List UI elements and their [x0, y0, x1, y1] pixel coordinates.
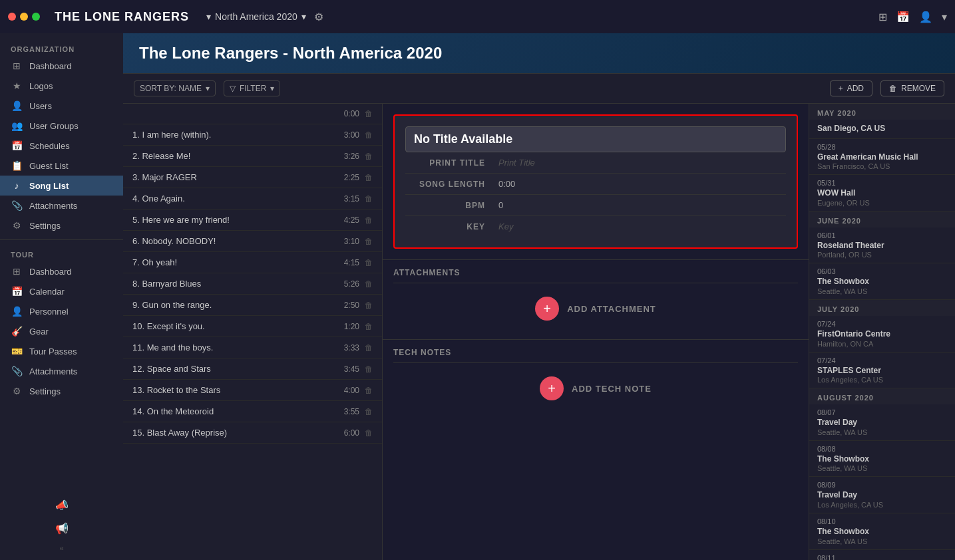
song-trash-icon[interactable]: 🗑	[365, 194, 373, 204]
sidebar-item-schedules[interactable]: 📅 Schedules	[0, 136, 123, 156]
sidebar-item-logos[interactable]: ★ Logos	[0, 76, 123, 96]
collapse-sidebar-button[interactable]: «	[57, 541, 66, 555]
list-item[interactable]: 06/01 Roseland Theater Portland, OR US	[809, 227, 955, 264]
tour-settings-gear-icon[interactable]: ⚙	[314, 11, 323, 23]
print-title-value[interactable]: Print Title	[498, 158, 786, 168]
song-trash-icon[interactable]: 🗑	[365, 237, 373, 246]
tour-selector[interactable]: ▾ North America 2020 ▾ ⚙	[206, 11, 323, 23]
content-area: The Lone Rangers - North America 2020 SO…	[123, 33, 955, 560]
list-item[interactable]: 07/24 FirstOntario Centre Hamilton, ON C…	[809, 316, 955, 352]
song-trash-icon[interactable]: 🗑	[365, 364, 373, 374]
sidebar-item-user-groups[interactable]: 👥 User Groups	[0, 116, 123, 136]
personnel-icon: 👤	[11, 306, 23, 317]
song-duration: 4:15	[344, 258, 359, 267]
table-row[interactable]: 9. Gun on the range. 2:50 🗑	[123, 295, 382, 316]
sidebar-item-attachments-org[interactable]: 📎 Attachments	[0, 196, 123, 215]
table-row[interactable]: 13. Rocket to the Stars 4:00 🗑	[123, 380, 382, 401]
list-item[interactable]: San Diego, CA US	[809, 120, 955, 139]
grid-view-icon[interactable]: ⊞	[878, 11, 887, 23]
sidebar-item-dashboard-org[interactable]: ⊞ Dashboard	[0, 56, 123, 76]
key-value[interactable]: Key	[498, 221, 786, 231]
song-trash-icon[interactable]: 🗑	[365, 407, 373, 416]
app-logo: THE LONE RANGERS	[55, 10, 189, 24]
add-attachment-row[interactable]: + ADD ATTACHMENT	[383, 283, 809, 334]
sidebar-item-settings-org[interactable]: ⚙ Settings	[0, 215, 123, 235]
list-item[interactable]: 05/31 WOW Hall Eugene, OR US	[809, 175, 955, 211]
list-item[interactable]: 08/10 The Showbox Seattle, WA US	[809, 513, 955, 550]
song-trash-icon[interactable]: 🗑	[365, 428, 373, 438]
table-row[interactable]: 2. Release Me! 3:26 🗑	[123, 146, 382, 167]
table-row[interactable]: 7. Oh yeah! 4:15 🗑	[123, 252, 382, 273]
sidebar-item-tour-passes[interactable]: 🎫 Tour Passes	[0, 341, 123, 361]
song-trash-icon[interactable]: 🗑	[365, 386, 373, 395]
sidebar-item-song-list[interactable]: ♪ Song List	[0, 176, 123, 196]
list-item[interactable]: 06/03 The Showbox Seattle, WA US	[809, 263, 955, 300]
calendar-view-icon[interactable]: 📅	[896, 11, 910, 23]
table-row[interactable]: 12. Space and Stars 3:45 🗑	[123, 358, 382, 380]
list-item[interactable]: 08/07 Travel Day Seattle, WA US	[809, 404, 955, 441]
sort-button[interactable]: SORT BY: NAME ▾	[134, 80, 216, 96]
song-trash-icon[interactable]: 🗑	[365, 152, 373, 161]
sidebar-item-users[interactable]: 👤 Users	[0, 96, 123, 116]
sidebar-item-calendar[interactable]: 📅 Calendar	[0, 281, 123, 301]
cal-date: 08/08	[817, 445, 947, 453]
sidebar-item-gear[interactable]: 🎸 Gear	[0, 321, 123, 341]
tour-selector-label: North America 2020	[215, 11, 297, 22]
add-tech-note-button[interactable]: +	[540, 376, 564, 400]
cal-date: 05/31	[817, 179, 947, 187]
sidebar-item-guest-list[interactable]: 📋 Guest List	[0, 156, 123, 176]
song-trash-icon[interactable]: 🗑	[365, 130, 373, 140]
list-item[interactable]: 08/09 Travel Day Los Angeles, CA US	[809, 477, 955, 513]
dropdown-chevron-icon[interactable]: ▾	[942, 11, 947, 23]
sidebar-item-dashboard-tour-label: Dashboard	[29, 267, 72, 277]
sidebar-item-personnel[interactable]: 👤 Personnel	[0, 301, 123, 321]
table-row[interactable]: 6. Nobody. NOBODY! 3:10 🗑	[123, 231, 382, 252]
sidebar-item-settings-tour[interactable]: ⚙ Settings	[0, 381, 123, 401]
cal-venue: STAPLES Center	[817, 366, 947, 376]
table-row[interactable]: 3. Major RAGER 2:25 🗑	[123, 167, 382, 188]
sort-chevron-icon: ▾	[206, 84, 210, 93]
table-row[interactable]: 8. Barnyard Blues 5:26 🗑	[123, 273, 382, 295]
song-trash-icon[interactable]: 🗑	[365, 258, 373, 267]
add-attachment-button[interactable]: +	[535, 297, 559, 321]
remove-button[interactable]: 🗑 REMOVE	[880, 80, 944, 96]
song-title-input[interactable]	[405, 126, 786, 152]
attachments-tour-icon: 📎	[11, 366, 23, 376]
list-item[interactable]: 07/24 STAPLES Center Los Angeles, CA US	[809, 352, 955, 389]
sidebar-item-calendar-label: Calendar	[29, 287, 65, 297]
song-trash-icon[interactable]: 🗑	[365, 343, 373, 352]
filter-button[interactable]: ▽ FILTER ▾	[224, 80, 280, 96]
song-duration: 3:26	[344, 152, 359, 161]
sidebar-item-dashboard-org-label: Dashboard	[29, 61, 72, 71]
list-item[interactable]: 08/08 The Showbox Seattle, WA US	[809, 441, 955, 478]
song-trash-icon[interactable]: 🗑	[365, 279, 373, 289]
song-trash-icon[interactable]: 🗑	[365, 301, 373, 310]
tour-passes-icon: 🎫	[11, 346, 23, 356]
table-row[interactable]: 4. One Again. 3:15 🗑	[123, 188, 382, 210]
song-trash-icon[interactable]: 🗑	[365, 173, 373, 182]
list-item[interactable]: 08/11 Roseland Theater Portland, OR US	[809, 550, 955, 560]
cal-location: Los Angeles, CA US	[817, 376, 947, 384]
sidebar-divider	[0, 239, 123, 240]
table-row[interactable]: 15. Blast Away (Reprise) 6:00 🗑	[123, 422, 382, 444]
add-tech-note-row[interactable]: + ADD TECH NOTE	[383, 363, 809, 414]
table-row[interactable]: 14. On the Meteoroid 3:55 🗑	[123, 401, 382, 422]
maximize-button[interactable]	[32, 13, 40, 21]
sidebar-item-dashboard-tour[interactable]: ⊞ Dashboard	[0, 261, 123, 281]
minimize-button[interactable]	[20, 13, 28, 21]
list-item[interactable]: 05/28 Great American Music Hall San Fran…	[809, 139, 955, 176]
close-button[interactable]	[8, 13, 16, 21]
add-button[interactable]: + ADD	[830, 80, 872, 96]
attachments-org-icon: 📎	[11, 200, 23, 211]
megaphone-icon[interactable]: 📢	[51, 518, 73, 539]
table-row[interactable]: 1. I am here (within). 3:00 🗑	[123, 124, 382, 146]
sidebar-item-attachments-tour[interactable]: 📎 Attachments	[0, 361, 123, 381]
song-trash-icon[interactable]: 🗑	[365, 215, 373, 225]
table-row[interactable]: 5. Here we are my friend! 4:25 🗑	[123, 210, 382, 231]
table-row[interactable]: 11. Me and the boys. 3:33 🗑	[123, 337, 382, 358]
table-row[interactable]: 10. Except it's you. 1:20 🗑	[123, 316, 382, 337]
user-avatar-icon[interactable]: 👤	[919, 11, 932, 23]
announcements-icon[interactable]: 📣	[51, 495, 73, 515]
song-trash-icon[interactable]: 🗑	[365, 322, 373, 331]
sidebar-item-song-list-label: Song List	[29, 181, 69, 191]
